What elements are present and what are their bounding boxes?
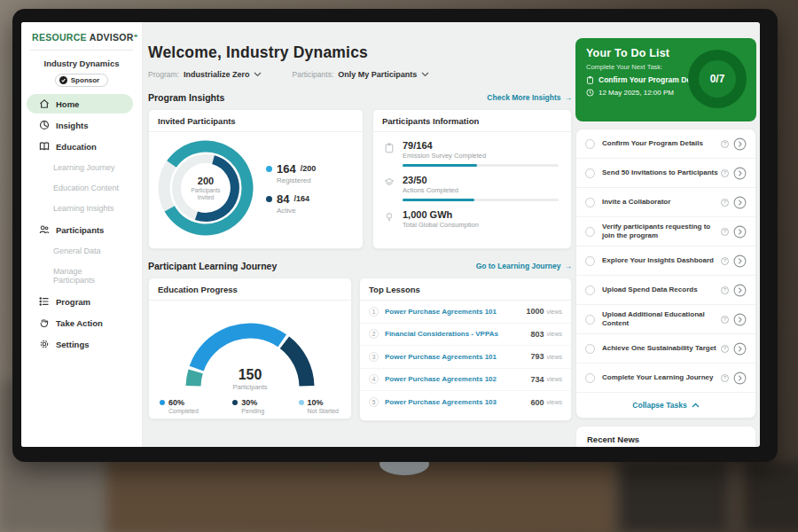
donut-legend: 164/200 Registered 84/164 Active <box>266 154 316 223</box>
filter-bar: Program: Industrialize Zero Participants… <box>148 70 572 79</box>
lesson-link[interactable]: Power Purchase Agreements 101 <box>385 308 526 316</box>
donut-center-label: Participants Invited <box>184 187 228 201</box>
info-icon[interactable]: ? <box>721 140 729 148</box>
legend-dot <box>266 166 272 172</box>
go-to-learning-journey-link[interactable]: Go to Learning Journey → <box>476 262 572 270</box>
participants-dropdown[interactable]: Participants: Only My Participants <box>292 70 429 79</box>
sidebar-item-label: Home <box>56 99 79 109</box>
task-row[interactable]: Send 50 Invitations to Participants ? <box>576 159 755 188</box>
lesson-row[interactable]: 4 Power Purchase Agreements 102 734 view… <box>360 369 571 392</box>
program-value: Industrialize Zero <box>184 70 250 79</box>
participants-information-card: Participants Information 79/164 Emission… <box>372 109 572 249</box>
sidebar-nav: Home Insights Education Learning Journey… <box>21 94 142 354</box>
chevron-right-icon[interactable] <box>733 284 747 297</box>
task-list-card: Confirm Your Program Details ? Send 50 I… <box>575 129 756 419</box>
sidebar-item-take-action[interactable]: Take Action <box>27 313 133 332</box>
invited-donut-chart: 200 Participants Invited <box>154 137 257 239</box>
sidebar-item-education-content[interactable]: Education Content <box>27 179 133 197</box>
task-row[interactable]: Achieve One Sustainability Target ? <box>576 334 755 364</box>
sponsor-badge[interactable]: Sponsor <box>55 74 108 87</box>
lesson-row[interactable]: 2 Financial Considerations - VPPAs 803 v… <box>360 324 571 347</box>
lesson-row[interactable]: 5 Power Purchase Agreements 103 600 view… <box>360 391 571 414</box>
task-checkbox[interactable] <box>585 168 595 178</box>
recent-news-card: Recent News <box>575 426 756 447</box>
info-icon[interactable]: ? <box>721 374 729 382</box>
lesson-link[interactable]: Power Purchase Agreements 102 <box>385 375 530 383</box>
task-checkbox[interactable] <box>585 315 595 325</box>
progress-fill <box>403 164 477 167</box>
donut-center-value: 200 <box>198 176 214 186</box>
task-checkbox[interactable] <box>585 227 595 237</box>
collapse-tasks-link[interactable]: Collapse Tasks <box>576 393 755 418</box>
monitor-bezel: RESOURCE ADVISOR+ Industry Dynamics Spon… <box>12 9 778 462</box>
sidebar-item-program[interactable]: Program <box>27 292 133 311</box>
info-icon[interactable]: ? <box>721 345 729 353</box>
chevron-right-icon[interactable] <box>733 372 747 385</box>
program-dropdown[interactable]: Program: Industrialize Zero <box>148 70 262 79</box>
sidebar-item-home[interactable]: Home <box>27 94 133 113</box>
sidebar-item-settings[interactable]: Settings <box>27 334 133 354</box>
clipboard-icon <box>384 143 395 153</box>
chevron-right-icon[interactable] <box>733 342 747 356</box>
brand-plus: + <box>134 32 138 40</box>
sidebar-item-education[interactable]: Education <box>27 137 133 156</box>
sidebar-item-label: Learning Insights <box>53 204 114 213</box>
task-checkbox[interactable] <box>585 286 595 295</box>
task-checkbox[interactable] <box>585 373 595 383</box>
sidebar-item-learning-journey[interactable]: Learning Journey <box>27 159 133 176</box>
sidebar-item-label: Program <box>56 297 90 307</box>
sidebar-item-label: Insights <box>56 121 88 130</box>
legend-dot <box>232 400 238 405</box>
sidebar-item-learning-insights[interactable]: Learning Insights <box>27 200 133 217</box>
chevron-right-icon[interactable] <box>733 254 747 268</box>
info-icon[interactable]: ? <box>721 257 729 265</box>
sidebar-item-label: Manage Participants <box>53 267 126 285</box>
layers-icon <box>384 177 395 188</box>
info-icon[interactable]: ? <box>721 199 729 207</box>
rank-badge: 3 <box>369 352 379 362</box>
task-checkbox[interactable] <box>585 256 595 266</box>
task-row[interactable]: Upload Spend Data Records ? <box>576 276 755 305</box>
task-row[interactable]: Explore Your Insights Dashboard ? <box>576 246 755 276</box>
chevron-right-icon[interactable] <box>733 137 747 151</box>
sidebar-item-manage-participants[interactable]: Manage Participants <box>27 262 133 289</box>
task-row[interactable]: Confirm Your Program Details ? <box>576 129 755 159</box>
gear-icon <box>39 339 50 349</box>
clock-icon <box>586 89 594 97</box>
recent-news-title: Recent News <box>587 434 745 444</box>
task-checkbox[interactable] <box>585 198 595 207</box>
task-checkbox[interactable] <box>585 344 595 354</box>
sidebar-item-label: Take Action <box>56 318 103 328</box>
check-more-insights-link[interactable]: Check More Insights → <box>487 93 572 102</box>
info-icon[interactable]: ? <box>721 228 729 236</box>
chevron-right-icon[interactable] <box>733 225 747 239</box>
chevron-up-icon <box>692 403 700 408</box>
task-row[interactable]: Invite a Collaborator ? <box>576 188 755 217</box>
task-row[interactable]: Verify participants requesting to join t… <box>576 217 755 246</box>
dashboard-screen: RESOURCE ADVISOR+ Industry Dynamics Spon… <box>21 22 760 447</box>
brand-logo[interactable]: RESOURCE ADVISOR+ <box>21 22 142 50</box>
sidebar-item-participants[interactable]: Participants <box>27 220 133 239</box>
chevron-right-icon[interactable] <box>733 313 747 326</box>
task-row[interactable]: Complete Your Learning Journey ? <box>576 364 755 393</box>
sidebar-item-general-data[interactable]: General Data <box>27 242 133 260</box>
info-icon[interactable]: ? <box>721 316 729 324</box>
lesson-row[interactable]: 1 Power Purchase Agreements 101 1000 vie… <box>360 301 571 324</box>
chevron-down-icon <box>421 72 429 77</box>
chevron-right-icon[interactable] <box>733 167 747 180</box>
lesson-link[interactable]: Power Purchase Agreements 103 <box>385 398 530 406</box>
info-icon[interactable]: ? <box>721 286 729 294</box>
info-icon[interactable]: ? <box>721 169 729 177</box>
lesson-row[interactable]: 3 Power Purchase Agreements 101 793 view… <box>360 346 571 369</box>
lesson-link[interactable]: Financial Considerations - VPPAs <box>385 330 530 338</box>
task-row[interactable]: Upload Additional Educational Content ? <box>576 305 755 334</box>
hand-icon <box>39 317 50 328</box>
sidebar-item-insights[interactable]: Insights <box>27 115 133 135</box>
arrow-right-icon: → <box>565 93 573 102</box>
chevron-right-icon[interactable] <box>733 196 747 209</box>
bulb-icon <box>384 212 395 223</box>
lesson-link[interactable]: Power Purchase Agreements 101 <box>385 353 530 361</box>
task-checkbox[interactable] <box>585 139 595 149</box>
todo-datetime: 12 May 2025, 12:00 PM <box>598 89 674 97</box>
legend-item-pending: 30% Pending <box>232 398 264 414</box>
